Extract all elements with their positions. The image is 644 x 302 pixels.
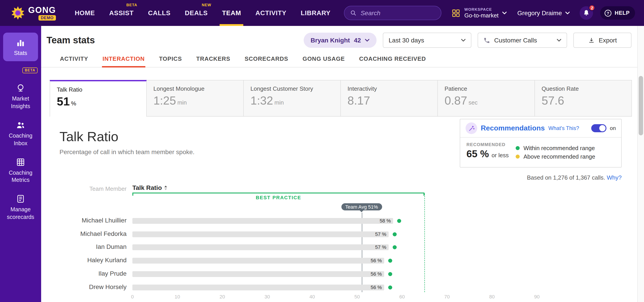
chart-status-dot <box>388 285 392 289</box>
svg-text:?: ? <box>607 11 610 15</box>
sidebar-item-stats[interactable]: Stats <box>3 33 38 61</box>
metric-card-patience[interactable]: Patience0.87sec <box>438 80 535 117</box>
metric-card-unit: min <box>274 99 284 106</box>
tab-gong-usage[interactable]: GONG USAGE <box>302 51 345 67</box>
bar-chart-icon <box>16 38 26 47</box>
team-avg-line <box>362 213 362 292</box>
metric-card-value: 0.87sec <box>444 95 534 106</box>
notifications-button[interactable]: 2 <box>580 6 593 20</box>
toggle-knob <box>599 125 605 131</box>
nav-item-deals[interactable]: NEWDEALS <box>185 0 208 26</box>
chevron-down-icon <box>502 11 507 14</box>
help-button[interactable]: ? HELP <box>600 6 635 20</box>
metric-card-value: 51% <box>57 96 146 107</box>
chart-member-name[interactable]: Ilay Prude <box>41 270 126 277</box>
chart-member-name[interactable]: Ian Duman <box>41 243 126 250</box>
page-header: Team stats Bryan Knight 42 Last 30 days <box>41 26 644 48</box>
vertical-scrollbar <box>637 26 644 302</box>
nav-item-badge: NEW <box>202 3 211 7</box>
chart-member-name[interactable]: Michael Lhuillier <box>41 217 126 224</box>
tab-scorecards[interactable]: SCORECARDS <box>244 51 289 67</box>
sidebar-item-label: Coaching Metrics <box>0 169 41 184</box>
metric-card-unit: min <box>177 99 187 106</box>
legend-dot <box>516 155 520 159</box>
date-range-value: Last 30 days <box>389 37 457 44</box>
legend-label: Within recommended range <box>524 145 595 151</box>
recommendations-body: RECOMMENDED 65 % or less Within recommen… <box>460 138 621 167</box>
metric-card-interactivity[interactable]: Interactivity8.17 <box>341 80 438 117</box>
nav-item-label: LIBRARY <box>301 9 330 16</box>
sidebar-item-coaching-metrics[interactable]: Coaching Metrics <box>0 157 41 184</box>
nav-item-assist[interactable]: BETAASSIST <box>109 0 134 26</box>
tab-interaction[interactable]: INTERACTION <box>102 51 145 67</box>
nav-item-home[interactable]: HOME <box>75 0 95 26</box>
sidebar-item-coaching-inbox[interactable]: Coaching Inbox <box>0 120 41 147</box>
recommendations-toggle[interactable] <box>591 124 606 132</box>
insights-icon <box>16 83 26 93</box>
sidebar-item-market-insights[interactable]: Market Insights <box>0 83 41 110</box>
nav-item-label: DEALS <box>185 9 208 16</box>
nav-item-label: ASSIST <box>109 9 134 16</box>
chevron-down-icon <box>365 39 370 41</box>
metric-card-value: 1:32min <box>250 95 340 106</box>
tab-activity[interactable]: ACTIVITY <box>60 51 88 67</box>
column-header-team-member: Team Member <box>41 185 126 192</box>
tab-trackers[interactable]: TRACKERS <box>196 51 231 67</box>
date-range-dropdown[interactable]: Last 30 days <box>383 33 471 48</box>
chart-member-name[interactable]: Michael Fedorka <box>41 230 126 237</box>
nav-item-badge: BETA <box>126 3 137 7</box>
global-search[interactable] <box>344 6 442 20</box>
phone-icon <box>484 37 490 43</box>
notification-count-badge: 2 <box>589 4 596 11</box>
scrollbar-thumb[interactable] <box>639 76 643 135</box>
why-link[interactable]: Why? <box>607 174 622 181</box>
nav-item-calls[interactable]: CALLS <box>148 0 170 26</box>
export-button[interactable]: Export <box>573 33 632 48</box>
user-menu[interactable]: Gregory Draime <box>518 9 570 16</box>
demo-badge: DEMO <box>38 15 56 20</box>
nav-item-library[interactable]: LIBRARY <box>301 0 330 26</box>
chart-member-name[interactable]: Haley Kurland <box>41 257 126 264</box>
nav-item-activity[interactable]: ACTIVITY <box>255 0 286 26</box>
team-filter-dropdown[interactable]: Bryan Knight 42 <box>304 33 376 48</box>
metric-card-unit: sec <box>468 99 478 106</box>
sidebar-nav: StatsBETAMarket InsightsCoaching InboxCo… <box>0 26 41 221</box>
metric-card-talk-ratio[interactable]: Talk Ratio51% <box>50 80 147 117</box>
chevron-down-icon <box>566 11 570 14</box>
call-type-dropdown[interactable]: Customer Calls <box>478 33 567 48</box>
recommended-range: RECOMMENDED 65 % or less <box>466 142 509 160</box>
column-header-talk-ratio-label: Talk Ratio <box>132 184 162 191</box>
tab-coaching-received[interactable]: COACHING RECEIVED <box>359 51 426 67</box>
sidebar-item-label: Stats <box>14 49 27 56</box>
metric-card-label: Longest Customer Story <box>250 85 340 92</box>
chart-status-dot <box>393 246 397 250</box>
metric-card-longest-monologue[interactable]: Longest Monologue1:25min <box>147 80 244 117</box>
filter-person-name: Bryan Knight <box>310 37 350 44</box>
based-on-text: Based on 1,276 of 1,367 calls. <box>527 174 605 181</box>
x-axis-tick: 10 <box>175 294 180 299</box>
workspace-selector[interactable]: WORKSPACE Go-to-market <box>451 7 506 19</box>
chart-bar: 57 % <box>132 231 389 237</box>
gong-logo[interactable]: GONG DEMO <box>11 5 56 20</box>
recommended-suffix: or less <box>492 152 509 159</box>
metric-card-unit: % <box>71 100 76 107</box>
whats-this-link[interactable]: What's This? <box>548 125 579 131</box>
chart-bar: 57 % <box>132 245 389 250</box>
chart-member-name[interactable]: Drew Horsely <box>41 283 126 290</box>
based-on-note: Based on 1,276 of 1,367 calls. Why? <box>527 174 622 181</box>
team-avg-badge: Team Avg 51% <box>341 203 382 210</box>
column-header-talk-ratio[interactable]: Talk Ratio <box>132 184 168 191</box>
recommendation-legend: Within recommended rangeAbove recommende… <box>516 143 595 162</box>
x-axis-tick: 50 <box>354 294 360 299</box>
x-axis-tick: 90 <box>534 294 540 299</box>
recommendations-panel: Recommendations What's This? on RECOMMEN… <box>460 119 622 168</box>
metric-card-longest-customer-story[interactable]: Longest Customer Story1:32min <box>244 80 341 117</box>
nav-item-team[interactable]: TEAM <box>222 0 241 26</box>
tab-topics[interactable]: TOPICS <box>158 51 182 67</box>
sidebar-item-manage-scorecards[interactable]: Manage scorecards <box>0 194 41 221</box>
chart-status-dot <box>388 272 392 276</box>
metric-card-question-rate[interactable]: Question Rate57.6 <box>535 80 632 117</box>
search-input[interactable] <box>360 9 436 16</box>
x-axis-tick: 40 <box>310 294 315 299</box>
recommended-value: 65 % <box>466 148 489 160</box>
